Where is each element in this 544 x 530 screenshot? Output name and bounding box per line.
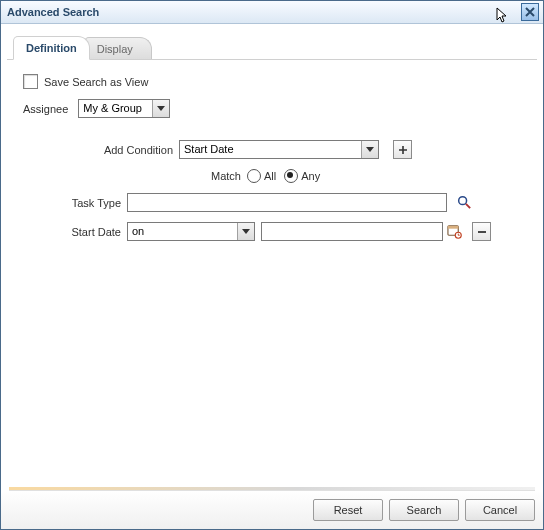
svg-marker-1 (366, 147, 374, 152)
task-type-input[interactable] (127, 193, 447, 212)
match-label: Match (23, 170, 247, 182)
add-condition-button[interactable] (393, 140, 412, 159)
tab-definition[interactable]: Definition (13, 36, 90, 60)
dialog-body: Definition Display Save Search as View A… (1, 24, 543, 529)
match-any-radio[interactable]: Any (284, 169, 320, 183)
chevron-down-icon (237, 223, 254, 240)
tab-label: Definition (26, 42, 77, 54)
start-date-operator-value: on (128, 223, 237, 240)
tab-strip: Definition Display (13, 34, 543, 60)
button-label: Search (407, 504, 442, 516)
save-as-view-label: Save Search as View (44, 76, 148, 88)
task-type-label: Task Type (23, 197, 127, 209)
task-type-lookup-button[interactable] (457, 195, 472, 210)
task-type-row: Task Type (23, 193, 525, 212)
start-date-label: Start Date (23, 226, 127, 238)
assignee-label: Assignee (23, 103, 74, 115)
radio-icon (247, 169, 261, 183)
chevron-down-icon (361, 141, 378, 158)
close-button[interactable] (521, 3, 539, 21)
assignee-row: Assignee My & Group (23, 99, 525, 118)
dialog-footer: Reset Search Cancel (1, 491, 543, 529)
add-condition-label: Add Condition (23, 144, 179, 156)
title-bar: Advanced Search (1, 1, 543, 24)
advanced-search-dialog: Advanced Search Definition Display Save … (0, 0, 544, 530)
add-condition-row: Add Condition Start Date (23, 140, 525, 159)
svg-rect-6 (448, 226, 458, 229)
reset-button[interactable]: Reset (313, 499, 383, 521)
remove-condition-button[interactable] (472, 222, 491, 241)
tab-display[interactable]: Display (84, 37, 152, 60)
start-date-input[interactable] (261, 222, 443, 241)
add-condition-value: Start Date (180, 141, 361, 158)
assignee-select[interactable]: My & Group (78, 99, 170, 118)
button-label: Cancel (483, 504, 517, 516)
save-as-view-row: Save Search as View (23, 74, 525, 89)
add-condition-select[interactable]: Start Date (179, 140, 379, 159)
window-title: Advanced Search (5, 6, 521, 18)
assignee-value: My & Group (79, 100, 152, 117)
svg-point-2 (459, 197, 467, 205)
start-date-operator-select[interactable]: on (127, 222, 255, 241)
match-all-radio[interactable]: All (247, 169, 276, 183)
cancel-button[interactable]: Cancel (465, 499, 535, 521)
definition-panel: Save Search as View Assignee My & Group … (1, 60, 543, 487)
tab-label: Display (97, 43, 133, 55)
svg-marker-4 (242, 229, 250, 234)
button-label: Reset (334, 504, 363, 516)
date-picker-button[interactable] (447, 224, 462, 239)
match-all-label: All (264, 170, 276, 182)
match-any-label: Any (301, 170, 320, 182)
svg-marker-0 (157, 106, 165, 111)
svg-line-3 (466, 204, 470, 208)
start-date-row: Start Date on (23, 222, 525, 241)
match-row: Match All Any (23, 169, 525, 183)
search-button[interactable]: Search (389, 499, 459, 521)
chevron-down-icon (152, 100, 169, 117)
save-as-view-checkbox[interactable] (23, 74, 38, 89)
radio-icon (284, 169, 298, 183)
